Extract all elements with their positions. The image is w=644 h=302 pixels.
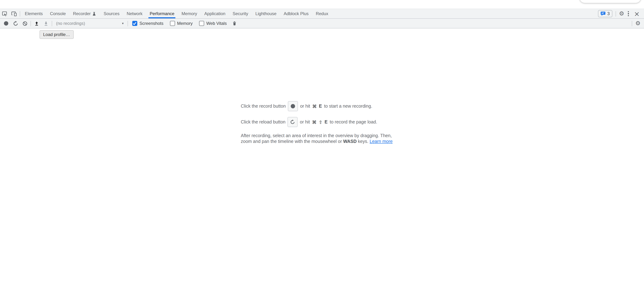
separator [52,21,52,26]
instruction-text: Click the record button [241,104,286,109]
paragraph-text: After recording, select an area of inter… [241,133,392,138]
shift-key-symbol: ⇧ [318,119,322,125]
instruction-text: Click the reload button [241,119,286,124]
e-key-symbol: E [324,119,328,124]
tab-elements[interactable]: Elements [21,9,46,18]
checkbox-label: Web Vitals [206,21,227,26]
checkbox-label: Memory [177,21,192,26]
clear-button[interactable] [20,21,30,26]
recordings-select-value: (no recordings) [56,21,85,26]
trash-icon [232,21,237,26]
tab-adblock-plus[interactable]: Adblock Plus [280,9,312,18]
performance-landing-instructions: Click the record button or hit ⌘ E to st… [241,101,410,144]
devtools-main-tabbar: Elements Console Recorder Sources Networ… [0,9,644,19]
checkbox-unchecked-icon [170,21,175,26]
devtools-window: Elements Console Recorder Sources Networ… [0,0,644,151]
cmd-key-symbol: ⌘ [312,119,316,125]
tab-console[interactable]: Console [46,9,69,18]
checkbox-unchecked-icon [199,21,204,26]
tooltip-text: Load profile… [43,32,70,37]
browser-top-strip [0,0,644,9]
instruction-text: to record the page load. [330,119,377,124]
tab-security[interactable]: Security [229,9,252,18]
separator [30,21,31,26]
separator [128,21,128,26]
capture-settings-button[interactable]: ⚙ [633,21,642,26]
experiment-flask-icon [92,11,96,16]
overview-help-paragraph: After recording, select an area of inter… [241,133,410,144]
tab-recorder[interactable]: Recorder [69,9,100,18]
garbage-collect-button[interactable] [230,21,239,26]
record-instruction-row: Click the record button or hit ⌘ E to st… [241,101,410,111]
popup-bottom-edge [580,0,641,3]
checkbox-checked-icon [132,21,137,26]
reload-icon [290,119,295,124]
web-vitals-checkbox[interactable]: Web Vitals [199,21,227,26]
separator [20,11,20,16]
tab-performance[interactable]: Performance [146,9,178,18]
tab-redux[interactable]: Redux [312,9,332,18]
issues-counter-button[interactable]: 3 [598,10,612,17]
save-profile-button-disabled[interactable] [41,21,51,26]
instruction-text: or hit [300,104,310,109]
tab-network[interactable]: Network [123,9,146,18]
memory-checkbox[interactable]: Memory [170,21,192,26]
e-key-symbol: E [319,104,322,109]
record-circle-icon [291,104,295,108]
record-circle-icon [4,21,8,26]
inspect-cursor-icon [2,11,8,17]
checkbox-label: Screenshots [140,21,163,26]
instruction-text: to start a new recording. [324,104,372,109]
load-profile-tooltip: Load profile… [40,30,74,39]
tab-application[interactable]: Application [201,9,229,18]
gear-icon: ⚙ [636,21,640,26]
separator [616,11,616,16]
paragraph-text: keys. [357,139,370,144]
record-button-illustration [288,101,298,111]
recordings-select[interactable]: (no recordings) ▾ [53,21,126,26]
reload-instruction-row: Click the reload button or hit ⌘ ⇧ E to … [241,117,410,127]
tab-lighthouse[interactable]: Lighthouse [252,9,280,18]
reload-icon [13,21,18,26]
screenshots-checkbox[interactable]: Screenshots [132,21,163,26]
tab-label: Recorder [73,11,91,16]
record-button[interactable] [2,21,11,26]
reload-and-record-button[interactable] [11,21,20,26]
issues-bubble-icon [600,11,606,16]
chevron-down-icon: ▾ [122,22,124,25]
tabbar-right-controls: 3 ⚙ × [598,9,644,18]
learn-more-link[interactable]: Learn more [370,139,392,144]
issues-count: 3 [607,11,610,16]
upload-arrow-icon [34,21,39,26]
more-options-kebab-icon[interactable] [626,11,630,16]
wasd-keys-text: WASD [343,139,357,144]
tab-memory[interactable]: Memory [178,9,201,18]
device-toolbar-button[interactable] [9,9,19,18]
download-arrow-icon [44,21,48,26]
tab-sources[interactable]: Sources [100,9,123,18]
device-toolbar-icon [11,11,17,17]
cmd-key-symbol: ⌘ [312,103,317,109]
load-profile-button[interactable] [32,21,41,26]
close-devtools-icon[interactable]: × [632,10,641,17]
separator [632,21,632,26]
inspect-element-button[interactable] [0,9,9,18]
performance-toolbar: (no recordings) ▾ Screenshots Memory Web… [0,19,644,29]
settings-gear-icon[interactable]: ⚙ [619,11,624,17]
instruction-text: or hit [300,119,310,124]
paragraph-text: zoom and pan the timeline with the mouse… [241,139,343,144]
reload-button-illustration [288,117,298,127]
block-icon [22,21,28,26]
